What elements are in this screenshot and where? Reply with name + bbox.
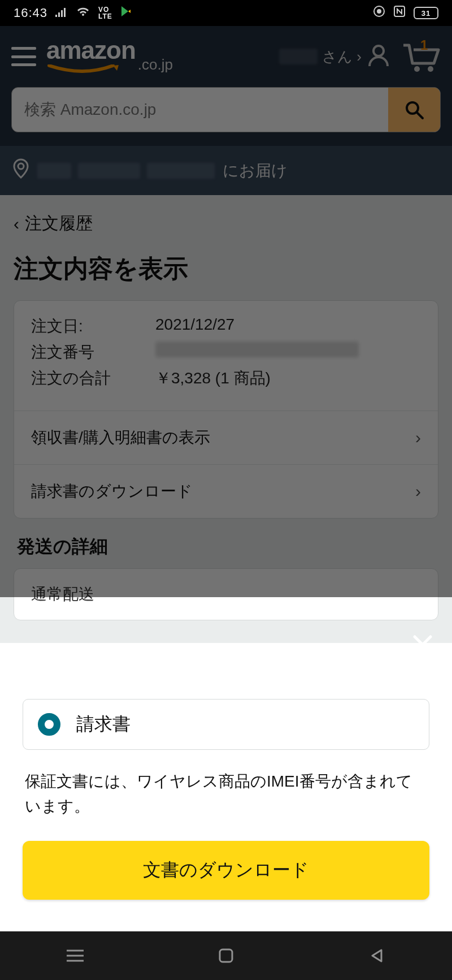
search-icon: [404, 100, 424, 120]
signal-icon: [55, 6, 68, 20]
invoice-option[interactable]: 請求書: [23, 699, 429, 750]
user-name-redacted: [279, 49, 318, 64]
cart-count: 1: [420, 37, 428, 53]
chevron-right-icon: ›: [415, 482, 421, 501]
location-icon: [12, 158, 29, 183]
svg-point-7: [428, 66, 433, 72]
svg-rect-16: [220, 949, 232, 962]
cart-button[interactable]: 1: [401, 41, 441, 72]
svg-point-10: [18, 163, 24, 169]
android-navbar: [0, 931, 452, 980]
address-redacted: [37, 163, 215, 179]
home-button[interactable]: [214, 943, 238, 968]
deliver-to-bar[interactable]: にお届け: [0, 146, 452, 195]
order-date-value: 2021/12/27: [155, 316, 234, 337]
download-invoice-link[interactable]: 請求書のダウンロード ›: [14, 464, 438, 518]
warranty-note: 保証文書には、ワイヤレス商品のIMEI番号が含まれています。: [25, 769, 427, 818]
wifi-icon: [76, 6, 90, 20]
smile-icon: [46, 64, 120, 75]
close-sheet-button[interactable]: [409, 631, 436, 658]
search-bar[interactable]: [11, 87, 441, 132]
order-summary-card: 注文日: 2021/12/27 注文番号 注文の合計 ￥3,328 (1 商品)…: [14, 300, 438, 519]
svg-point-6: [414, 66, 420, 72]
page-title: 注文内容を表示: [14, 252, 438, 286]
amazon-logo[interactable]: amazon .co.jp: [46, 36, 173, 77]
dnd-icon: [373, 5, 385, 21]
account-link[interactable]: さん ›: [279, 42, 391, 71]
volte-indicator: VO LTE: [98, 6, 112, 20]
close-icon: [411, 633, 434, 656]
svg-point-5: [373, 46, 384, 56]
view-receipt-link[interactable]: 領収書/購入明細書の表示 ›: [14, 411, 438, 464]
status-time: 16:43: [14, 6, 47, 20]
android-statusbar: 16:43 VO LTE 31: [0, 0, 452, 26]
shipping-details-title: 発送の詳細: [17, 534, 438, 559]
order-total-label: 注文の合計: [31, 368, 155, 389]
chevron-right-icon: ›: [415, 428, 421, 447]
play-store-icon: [120, 6, 132, 20]
search-input[interactable]: [12, 88, 388, 132]
battery-indicator: 31: [414, 7, 438, 19]
search-button[interactable]: [388, 88, 440, 132]
back-to-orders[interactable]: ‹ 注文履歴: [14, 209, 438, 252]
nfc-icon: [393, 5, 406, 21]
radio-selected-icon: [38, 713, 60, 736]
svg-marker-1: [128, 10, 131, 13]
shipping-card: 通常配送: [14, 568, 438, 620]
app-header: amazon .co.jp さん › 1: [0, 26, 452, 87]
download-sheet: 請求書 保証文書には、ワイヤレス商品のIMEI番号が含まれています。 文書のダウ…: [0, 672, 452, 931]
svg-line-9: [417, 113, 423, 118]
recent-apps-button[interactable]: [63, 943, 88, 968]
download-document-button[interactable]: 文書のダウンロード: [23, 841, 429, 900]
chevron-left-icon: ‹: [14, 214, 19, 234]
user-icon: [366, 42, 391, 71]
svg-marker-0: [121, 6, 128, 16]
svg-point-3: [377, 9, 381, 14]
order-total-value: ￥3,328 (1 商品): [155, 368, 271, 389]
order-date-label: 注文日:: [31, 316, 155, 337]
order-number-label: 注文番号: [31, 342, 155, 363]
back-button[interactable]: [364, 943, 389, 968]
order-number-redacted: [155, 342, 359, 357]
menu-button[interactable]: [11, 47, 36, 66]
